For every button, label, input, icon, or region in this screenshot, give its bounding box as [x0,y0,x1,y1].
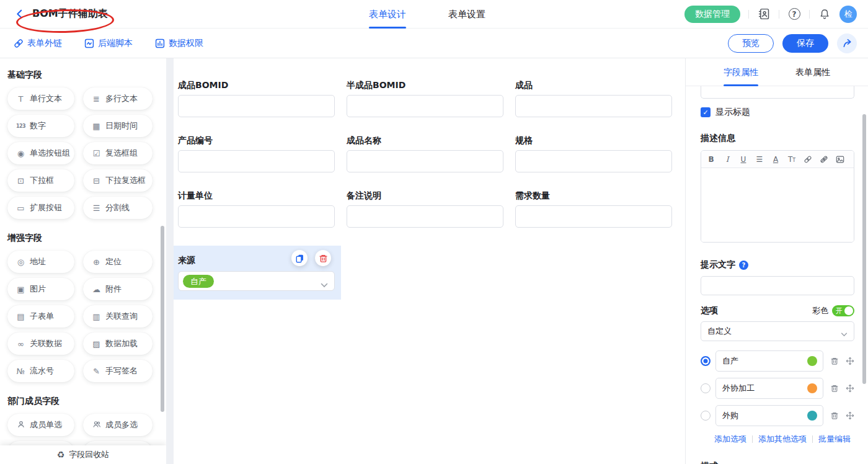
text-input[interactable] [178,205,335,228]
field-title-input-partial[interactable] [701,86,854,99]
option-move-handle[interactable] [846,384,854,393]
help-icon[interactable]: ? [787,7,801,21]
bold-icon[interactable]: B [703,152,719,167]
field-pill-number[interactable]: 123数字 [7,115,74,137]
field-pill-select[interactable]: ⊡下拉框 [7,169,74,192]
select-icon: ⊡ [16,176,26,185]
canvas-field-source-selected[interactable]: 来源 自产 [174,246,341,300]
unlink-icon[interactable] [816,152,832,167]
sidebar-scrollbar[interactable] [161,226,164,412]
link-icon[interactable] [800,152,816,167]
canvas-field-remark[interactable]: 备注说明 [347,190,503,228]
text-input[interactable] [347,95,503,117]
field-pill-radio-group[interactable]: ◉单选按钮组 [7,142,74,164]
align-icon[interactable]: ☰ [751,152,768,167]
field-pill-multi-select[interactable]: ⊟下拉复选框 [83,169,153,192]
copy-field-button[interactable] [291,250,308,266]
canvas-field-product-code[interactable]: 产品编号 [178,135,335,172]
underline-icon[interactable]: U [735,152,751,167]
preview-button[interactable]: 预览 [728,34,774,53]
font-size-icon[interactable]: T [784,152,800,167]
option-source-select[interactable]: 自定义 [701,321,854,341]
option-input[interactable]: 外购 [715,405,823,426]
text-input[interactable] [515,150,672,172]
field-pill-datetime[interactable]: ▦日期时间 [83,115,153,137]
field-pill-divider[interactable]: ☰分割线 [83,197,153,219]
avatar[interactable]: 检 [839,6,857,23]
option-radio[interactable] [701,383,711,393]
field-pill-attachment[interactable]: ☁附件 [83,278,153,300]
batch-edit-link[interactable]: 批量编辑 [818,434,851,445]
field-pill-location[interactable]: ⊕定位 [83,251,153,273]
text-input[interactable] [347,205,503,228]
tab-form-settings[interactable]: 表单设置 [448,0,485,29]
field-pill-member-multi[interactable]: 成员多选 [83,414,153,436]
text-input[interactable] [178,150,335,172]
option-move-handle[interactable] [846,411,854,420]
field-pill-lookup[interactable]: ▥关联查询 [83,305,153,328]
hint-text-input[interactable] [701,276,854,295]
field-pill-member-single[interactable]: 成员单选 [7,414,74,436]
text-input[interactable] [347,150,503,172]
tab-form-design[interactable]: 表单设计 [369,0,406,29]
text-input[interactable] [515,95,672,117]
italic-icon[interactable]: I [719,152,735,167]
data-manage-button[interactable]: 数据管理 [684,6,740,23]
tab-field-properties[interactable]: 字段属性 [724,58,758,86]
option-input[interactable]: 外协加工 [715,378,823,399]
description-editor-area[interactable] [701,168,854,242]
option-move-handle[interactable] [846,357,854,365]
colored-toggle[interactable]: 开 [832,305,854,316]
canvas-field-finished-product[interactable]: 成品 [515,80,672,117]
field-pill-subform[interactable]: ▤子表单 [7,305,74,328]
text-input[interactable] [515,205,672,228]
option-delete-button[interactable] [830,384,839,393]
option-radio[interactable] [701,411,711,421]
option-delete-button[interactable] [830,411,839,420]
data-permission-link[interactable]: 数据权限 [155,38,203,49]
bell-icon[interactable] [818,7,831,21]
add-option-link[interactable]: 添加选项 [714,434,746,445]
delete-field-button[interactable] [315,250,331,266]
save-button[interactable]: 保存 [782,34,828,53]
field-pill-linked-data[interactable]: ∞关联数据 [7,332,74,355]
option-color-dot[interactable] [807,356,817,366]
field-pill-image[interactable]: ▣图片 [7,278,74,300]
share-button[interactable] [837,33,857,53]
source-select[interactable]: 自产 [178,271,335,291]
insert-image-icon[interactable] [832,152,848,167]
option-input[interactable]: 自产 [715,350,823,372]
field-pill-extend-button[interactable]: ▭扩展按钮 [7,197,74,219]
datetime-icon: ▦ [91,122,102,131]
option-color-dot[interactable] [807,411,817,421]
back-button[interactable] [12,7,26,21]
field-pill-data-load[interactable]: ▨数据加载 [83,332,153,355]
field-pill-single-line-text[interactable]: T单行文本 [7,87,74,110]
show-title-checkbox[interactable]: ✓ [701,107,711,117]
canvas-field-required-qty[interactable]: 需求数量 [515,190,672,228]
hint-help-icon[interactable]: ? [739,261,748,270]
tab-form-properties[interactable]: 表单属性 [795,58,830,86]
field-pill-multi-line-text[interactable]: ≣多行文本 [83,87,153,110]
field-pill-checkbox-group[interactable]: ☑复选框组 [83,142,153,164]
field-pill-address[interactable]: ◎地址 [7,251,74,273]
field-pill-serial-number[interactable]: №流水号 [7,360,74,382]
canvas-field-semi-finished-bomid[interactable]: 半成品BOMID [347,80,503,117]
canvas-field-finished-bomid[interactable]: 成品BOMID [178,80,335,117]
option-radio-selected[interactable] [701,356,711,366]
contacts-icon[interactable] [757,7,771,21]
backend-script-link[interactable]: 后端脚本 [84,38,133,49]
field-recycle-bin[interactable]: ♻ 字段回收站 [0,445,166,464]
option-delete-button[interactable] [830,357,839,365]
canvas-wrapper: 成品BOMID 半成品BOMID 成品 产品编号 成品名称 规格 计量单位 备注… [166,58,685,464]
canvas-field-product-name[interactable]: 成品名称 [347,135,503,172]
form-external-link[interactable]: 表单外链 [14,38,62,49]
field-pill-signature[interactable]: ✎手写签名 [83,360,153,382]
panel-scrollbar[interactable] [862,114,866,384]
canvas-field-spec[interactable]: 规格 [515,135,672,172]
option-color-dot[interactable] [807,383,817,393]
text-input[interactable] [178,95,335,117]
add-other-option-link[interactable]: 添加其他选项 [758,434,807,445]
canvas-field-unit[interactable]: 计量单位 [178,190,335,228]
font-color-icon[interactable]: A [768,152,784,167]
